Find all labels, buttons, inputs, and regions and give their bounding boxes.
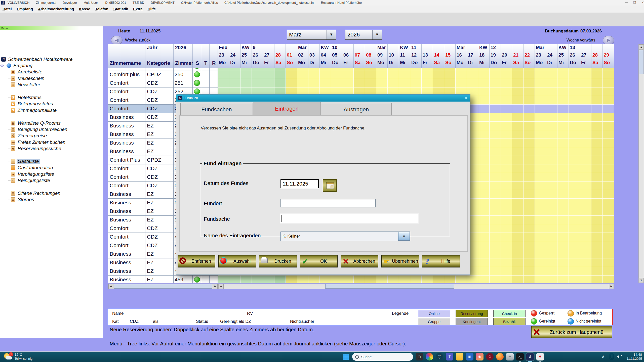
day-cell[interactable]: [546, 87, 557, 96]
day-column-header[interactable]: Mar23Mo: [535, 44, 546, 68]
day-cell[interactable]: [512, 267, 524, 276]
day-cell[interactable]: [490, 96, 501, 105]
day-cell[interactable]: [524, 147, 535, 156]
day-cell[interactable]: [478, 147, 490, 156]
day-cell[interactable]: [546, 173, 557, 182]
day-cell[interactable]: [478, 79, 490, 87]
day-cell[interactable]: [524, 173, 535, 182]
day-cell[interactable]: [478, 87, 490, 96]
day-cell[interactable]: [365, 79, 376, 87]
room-name[interactable]: Comfort: [108, 79, 145, 87]
day-cell[interactable]: [591, 87, 603, 96]
day-cell[interactable]: [591, 190, 603, 199]
day-cell[interactable]: [524, 87, 535, 96]
day-cell[interactable]: [557, 173, 569, 182]
room-row[interactable]: BusinessEZ459: [108, 276, 614, 283]
day-cell[interactable]: [478, 182, 490, 190]
day-cell[interactable]: [591, 233, 603, 241]
day-cell[interactable]: [512, 156, 524, 164]
day-cell[interactable]: [240, 276, 252, 283]
day-cell[interactable]: [557, 113, 569, 122]
day-cell[interactable]: [557, 241, 569, 250]
room-name[interactable]: Comfort Plus: [108, 156, 145, 164]
day-cell[interactable]: [569, 207, 580, 216]
day-cell[interactable]: [376, 79, 388, 87]
day-cell[interactable]: [535, 250, 546, 258]
day-cell[interactable]: [478, 199, 490, 207]
day-cell[interactable]: [546, 105, 557, 113]
day-cell[interactable]: [569, 70, 580, 79]
day-cell[interactable]: [331, 70, 342, 79]
day-cell[interactable]: [467, 276, 478, 283]
day-column-header[interactable]: 13Fr: [422, 44, 433, 68]
day-cell[interactable]: [490, 147, 501, 156]
tree-item-meldeschein[interactable]: ≡Meldeschein: [0, 75, 103, 81]
day-cell[interactable]: [478, 96, 490, 105]
day-cell[interactable]: [546, 182, 557, 190]
day-cell[interactable]: [591, 250, 603, 258]
day-cell[interactable]: [501, 250, 512, 258]
day-cell[interactable]: [512, 70, 524, 79]
day-cell[interactable]: [512, 130, 524, 139]
day-cell[interactable]: [478, 122, 490, 130]
day-cell[interactable]: [444, 276, 456, 283]
day-cell[interactable]: [603, 216, 614, 224]
start-button[interactable]: [343, 354, 349, 360]
day-column-header[interactable]: 14Sa: [433, 44, 444, 68]
day-cell[interactable]: [501, 207, 512, 216]
day-cell[interactable]: [569, 173, 580, 182]
day-cell[interactable]: [501, 156, 512, 164]
day-cell[interactable]: [580, 250, 591, 258]
day-cell[interactable]: [478, 130, 490, 139]
room-name[interactable]: Business: [108, 207, 145, 216]
day-cell[interactable]: [535, 233, 546, 241]
day-cell[interactable]: [591, 105, 603, 113]
day-cell[interactable]: [535, 156, 546, 164]
room-name[interactable]: Comfort: [108, 173, 145, 182]
day-cell[interactable]: [490, 122, 501, 130]
day-cell[interactable]: [501, 70, 512, 79]
day-cell[interactable]: [524, 122, 535, 130]
day-cell[interactable]: [580, 241, 591, 250]
day-cell[interactable]: [546, 130, 557, 139]
hilfe-button[interactable]: ?Hilfe: [422, 255, 460, 267]
close-button[interactable]: ✕: [640, 1, 644, 5]
day-cell[interactable]: [546, 139, 557, 147]
day-cell[interactable]: [591, 199, 603, 207]
day-cell[interactable]: [557, 216, 569, 224]
day-cell[interactable]: [569, 190, 580, 199]
day-cell[interactable]: [557, 147, 569, 156]
teams-icon[interactable]: T: [446, 353, 453, 360]
day-cell[interactable]: [308, 70, 320, 79]
day-cell[interactable]: [546, 224, 557, 233]
day-cell[interactable]: [546, 96, 557, 105]
day-column-header[interactable]: 06Fr: [342, 44, 354, 68]
day-cell[interactable]: [490, 164, 501, 173]
day-cell[interactable]: [490, 130, 501, 139]
day-cell[interactable]: [512, 276, 524, 283]
day-cell[interactable]: [557, 164, 569, 173]
tree-item-reservierungssuche[interactable]: ☻Reservierungssuche: [0, 145, 103, 152]
day-column-header[interactable]: 29So: [603, 44, 614, 68]
day-cell[interactable]: [286, 70, 297, 79]
day-cell[interactable]: [478, 164, 490, 173]
day-cell[interactable]: [603, 241, 614, 250]
day-cell[interactable]: [535, 164, 546, 173]
day-cell[interactable]: [512, 122, 524, 130]
day-cell[interactable]: [580, 258, 591, 267]
day-cell[interactable]: [557, 122, 569, 130]
day-cell[interactable]: [580, 122, 591, 130]
day-column-header[interactable]: 1219Do: [490, 44, 501, 68]
tree-item-warteliste-q-rooms[interactable]: ▦Warteliste Q-Rooms: [0, 120, 103, 126]
explorer-icon[interactable]: [456, 353, 463, 360]
days-h-scrollbar[interactable]: ◀ ▶: [218, 284, 614, 289]
copilot-icon[interactable]: [426, 353, 433, 360]
tree-expand-handle[interactable]: [1, 64, 4, 67]
day-cell[interactable]: [501, 216, 512, 224]
day-cell[interactable]: [286, 276, 297, 283]
day-cell[interactable]: [546, 267, 557, 276]
day-cell[interactable]: [603, 130, 614, 139]
day-cell[interactable]: [490, 190, 501, 199]
day-cell[interactable]: [603, 258, 614, 267]
day-cell[interactable]: [591, 182, 603, 190]
